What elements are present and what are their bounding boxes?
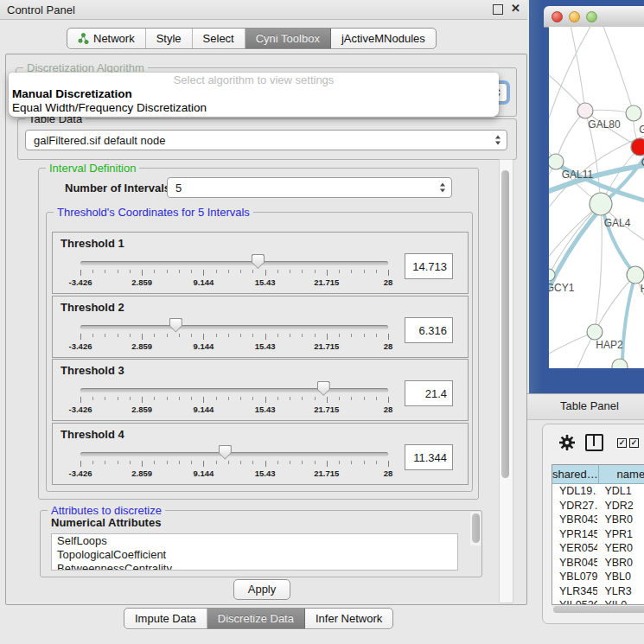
network-edge[interactable] xyxy=(549,332,595,364)
network-edge[interactable] xyxy=(596,27,634,113)
attributes-list-scrollbar[interactable] xyxy=(470,512,481,545)
attribute-list-item[interactable]: SelfLoops xyxy=(52,534,457,548)
control-panel-titlebar: Control Panel ✕ xyxy=(0,0,527,20)
threshold-value-field[interactable]: 21.4 xyxy=(405,380,453,406)
threshold-slider-thumb[interactable] xyxy=(252,254,265,269)
network-edge[interactable] xyxy=(601,204,635,275)
checkbox-icon[interactable]: ✓ xyxy=(617,438,627,448)
zoom-traffic-light-icon[interactable] xyxy=(586,11,597,22)
threshold-slider-track[interactable] xyxy=(80,261,388,265)
numerical-attributes-list[interactable]: SelfLoopsTopologicalCoefficientBetweenne… xyxy=(51,533,458,571)
slider-tick-label: -3.426 xyxy=(69,405,92,414)
table-row[interactable]: YIL052CYIL0 xyxy=(552,598,644,605)
tab-label: Cyni Toolbox xyxy=(256,32,320,45)
network-edge-thick[interactable] xyxy=(549,207,603,319)
network-node-n2[interactable] xyxy=(626,105,641,121)
combo-stepper-icon[interactable] xyxy=(495,136,501,145)
network-node-gal80[interactable] xyxy=(577,103,593,118)
right-region: GAL80GACGAL11GAL4GCY1HHAP2 Table Panel ✓… xyxy=(527,0,644,644)
dropdown-option[interactable]: Manual Discretization xyxy=(9,87,499,101)
node-table[interactable]: shared… name YDL19…YDL1YDR27…YDR2YBR043C… xyxy=(552,464,644,605)
network-node-label: GAL4 xyxy=(604,217,631,229)
tab-cyni-toolbox[interactable]: Cyni Toolbox xyxy=(245,29,331,48)
network-node-gal4[interactable] xyxy=(590,193,612,215)
tab-discretize-data[interactable]: Discretize Data xyxy=(207,609,305,628)
network-node-label: HAP2 xyxy=(596,339,623,351)
network-node-b1[interactable] xyxy=(612,359,628,368)
table-data-combobox-value: galFiltered.sif default node xyxy=(34,134,165,147)
tab-style[interactable]: Style xyxy=(146,29,193,48)
table-row[interactable]: YDL19…YDL1 xyxy=(552,484,644,499)
slider-tick-label: -3.426 xyxy=(69,341,92,351)
attribute-list-item[interactable]: BetweennessCentrality xyxy=(52,562,457,571)
table-cell: YLR345W xyxy=(552,584,597,599)
table-cell: YLR3 xyxy=(597,584,644,599)
network-edge[interactable] xyxy=(566,27,585,111)
network-node-hap2[interactable] xyxy=(587,324,603,340)
table-row[interactable]: YER054CYER0 xyxy=(552,541,644,556)
number-of-intervals-combobox[interactable]: 5 xyxy=(167,177,452,198)
table-row[interactable]: YLR345WYLR3 xyxy=(552,584,644,599)
dropdown-option[interactable]: Equal Width/Frequency Discretization xyxy=(9,101,499,115)
table-data-combobox[interactable]: galFiltered.sif default node xyxy=(25,130,507,150)
slider-tick-label: 9.144 xyxy=(194,341,214,351)
network-node-gal11[interactable] xyxy=(549,154,564,169)
threshold-label: Threshold 4 xyxy=(61,428,124,441)
network-edge-thick[interactable] xyxy=(622,275,635,368)
slider-tick-label: 9.144 xyxy=(194,469,214,478)
table-row[interactable]: YBR045CYBR0 xyxy=(552,556,644,571)
threshold-slider-track[interactable] xyxy=(80,452,388,456)
network-node-red[interactable] xyxy=(631,138,644,156)
network-edge[interactable] xyxy=(556,111,585,162)
close-traffic-light-icon[interactable] xyxy=(552,11,563,22)
minimize-traffic-light-icon[interactable] xyxy=(569,11,580,22)
network-node-h[interactable] xyxy=(627,266,644,284)
tab-impute-data[interactable]: Impute Data xyxy=(124,609,207,628)
column-header-shared-name[interactable]: shared… xyxy=(552,465,599,483)
threshold-slider-thumb[interactable] xyxy=(169,318,182,333)
apply-button[interactable]: Apply xyxy=(233,579,290,600)
tab-infer-network[interactable]: Infer Network xyxy=(305,609,392,628)
table-row[interactable]: YBL079WYBL0 xyxy=(552,570,644,584)
numerical-attributes-label: Numerical Attributes xyxy=(51,516,161,529)
threshold-label: Threshold 1 xyxy=(61,237,124,250)
table-row[interactable]: YBR043CYBR0 xyxy=(552,513,644,527)
network-window-titlebar[interactable] xyxy=(544,6,644,28)
tab-network[interactable]: Network xyxy=(67,29,146,48)
scrollbar-thumb[interactable] xyxy=(501,170,509,478)
attributes-group: Attributes to discretize Numerical Attri… xyxy=(40,510,482,577)
threshold-slider-track[interactable] xyxy=(80,388,388,392)
table-panel-title: Table Panel xyxy=(527,399,619,412)
combo-stepper-icon[interactable] xyxy=(440,183,445,193)
threshold-slider-thumb[interactable] xyxy=(219,445,232,460)
table-horizontal-scrollbar[interactable] xyxy=(552,605,644,614)
column-layout-icon[interactable] xyxy=(585,434,603,451)
table-row[interactable]: YDR27…YDR2 xyxy=(552,499,644,513)
table-cell: YIL0 xyxy=(597,598,644,605)
checkbox-icon[interactable]: ✓ xyxy=(629,438,639,448)
network-window-frame[interactable]: GAL80GACGAL11GAL4GCY1HHAP2 xyxy=(529,0,644,393)
gear-icon[interactable] xyxy=(558,434,576,451)
threshold-value-field[interactable]: 14.713 xyxy=(405,253,453,279)
table-cell: YPR145W xyxy=(552,527,597,542)
tab-select[interactable]: Select xyxy=(193,29,245,48)
tab-jactivemnodules[interactable]: jActiveMNodules xyxy=(331,29,436,48)
close-icon[interactable]: ✕ xyxy=(511,2,520,15)
slider-tick-label: 28 xyxy=(384,277,393,287)
scrollbar-thumb[interactable] xyxy=(553,606,644,613)
network-graph[interactable]: GAL80GACGAL11GAL4GCY1HHAP2 xyxy=(549,27,644,368)
panel-vertical-scrollbar[interactable] xyxy=(499,159,513,603)
threshold-slider-track[interactable] xyxy=(80,325,388,329)
slider-tick-label: 21.715 xyxy=(314,405,339,414)
table-cell: YPR1 xyxy=(597,527,644,542)
bottom-tab-bar: Impute DataDiscretize DataInfer Network xyxy=(124,608,393,629)
float-window-icon[interactable] xyxy=(493,4,503,15)
attribute-list-item[interactable]: TopologicalCoefficient xyxy=(52,548,457,562)
threshold-value-field[interactable]: 11.344 xyxy=(405,444,453,470)
threshold-slider-thumb[interactable] xyxy=(317,381,330,396)
threshold-value-field[interactable]: 6.316 xyxy=(405,317,453,343)
table-row[interactable]: YPR145WYPR1 xyxy=(552,527,644,542)
network-view-canvas[interactable]: GAL80GACGAL11GAL4GCY1HHAP2 xyxy=(549,27,644,368)
network-edge[interactable] xyxy=(595,204,602,332)
column-header-name[interactable]: name xyxy=(599,465,644,483)
